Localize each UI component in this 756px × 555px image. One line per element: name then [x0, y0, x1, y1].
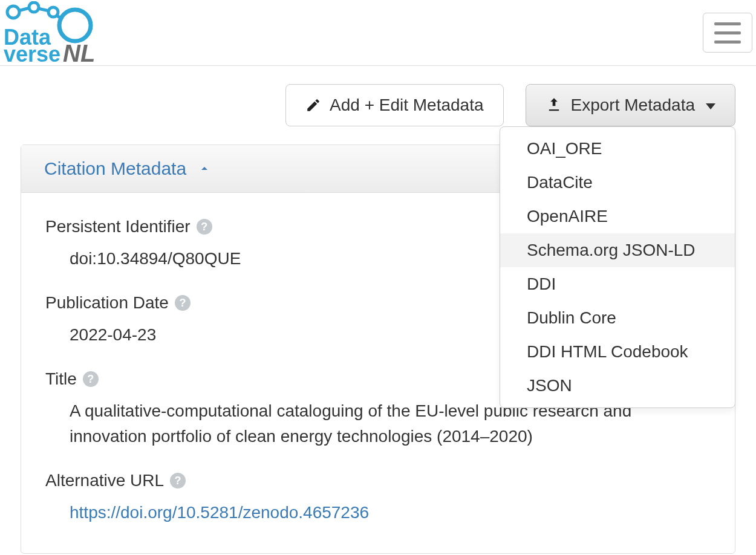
help-icon[interactable]: ? [170, 473, 186, 488]
export-metadata-dropdown: OAI_OREDataCiteOpenAIRESchema.org JSON-L… [500, 126, 735, 408]
chevron-up-icon [197, 161, 212, 176]
help-icon[interactable]: ? [197, 219, 212, 235]
export-option[interactable]: DataCite [500, 166, 735, 200]
export-option[interactable]: Schema.org JSON-LD [500, 233, 735, 267]
hamburger-bar-icon [714, 22, 741, 25]
help-icon[interactable]: ? [83, 371, 99, 387]
svg-line-3 [18, 8, 30, 11]
panel-title: Citation Metadata [44, 158, 186, 179]
help-icon[interactable]: ? [175, 295, 191, 311]
field-label-text: Alternative URL [45, 471, 164, 490]
field-alternative-url: Alternative URL ? https://doi.org/10.528… [45, 471, 711, 525]
field-value: https://doi.org/10.5281/zenodo.4657236 [45, 500, 699, 525]
export-option[interactable]: Dublin Core [500, 301, 735, 335]
svg-point-5 [59, 10, 91, 41]
export-icon [546, 97, 562, 114]
svg-text:verse: verse [4, 42, 60, 64]
export-option[interactable]: OpenAIRE [500, 200, 735, 233]
add-edit-metadata-button[interactable]: Add + Edit Metadata [285, 84, 504, 126]
export-option[interactable]: DDI HTML Codebook [500, 335, 735, 369]
svg-line-4 [38, 8, 49, 11]
export-option[interactable]: OAI_ORE [500, 132, 735, 166]
navbar: Data verse NL [0, 0, 756, 66]
export-metadata-label: Export Metadata [571, 94, 695, 116]
add-edit-metadata-label: Add + Edit Metadata [330, 94, 484, 116]
caret-down-icon [706, 103, 715, 109]
field-label-text: Publication Date [45, 293, 169, 313]
export-metadata-button[interactable]: Export Metadata [526, 84, 735, 126]
field-label-text: Title [45, 369, 77, 389]
alternative-url-link[interactable]: https://doi.org/10.5281/zenodo.4657236 [70, 503, 369, 522]
field-label-text: Persistent Identifier [45, 217, 191, 236]
dataverse-nl-logo-icon: Data verse NL [2, 1, 109, 64]
metadata-toolbar: Add + Edit Metadata Export Metadata OAI_… [0, 66, 756, 144]
export-option[interactable]: DDI [500, 267, 735, 301]
svg-point-2 [48, 7, 58, 17]
field-label: Alternative URL ? [45, 471, 711, 490]
hamburger-bar-icon [714, 31, 741, 34]
hamburger-bar-icon [714, 41, 741, 44]
export-option[interactable]: JSON [500, 369, 735, 403]
svg-text:NL: NL [63, 40, 95, 64]
svg-point-1 [29, 2, 39, 12]
pencil-icon [305, 97, 321, 113]
svg-point-0 [7, 6, 19, 18]
hamburger-menu-button[interactable] [703, 13, 752, 53]
brand-logo[interactable]: Data verse NL [1, 1, 110, 64]
